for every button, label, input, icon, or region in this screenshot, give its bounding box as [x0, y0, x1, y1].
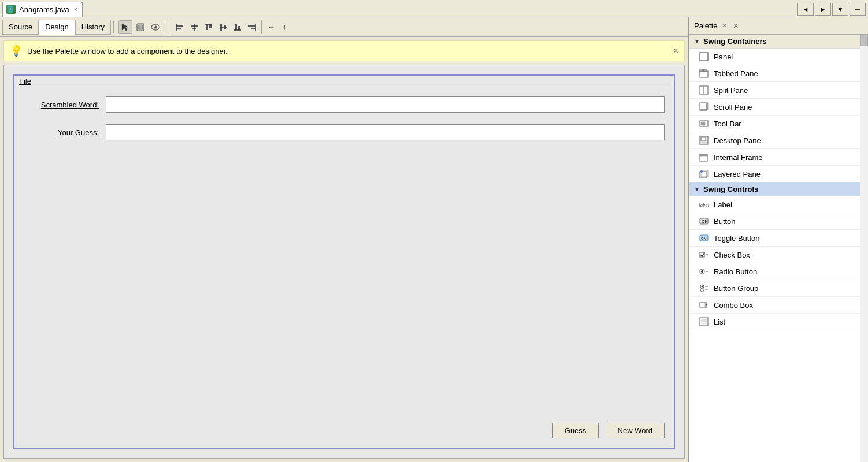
palette-item-desktop-pane[interactable]: Desktop Pane [689, 132, 860, 149]
panel-label: Panel [714, 53, 733, 61]
form-frame: File Scrambled Word: Your Guess: [13, 74, 675, 449]
svg-rect-31 [703, 69, 706, 72]
svg-point-58 [702, 286, 703, 288]
align-center-v-button[interactable] [216, 20, 230, 34]
button-group-icon [699, 283, 709, 293]
svg-rect-30 [700, 69, 703, 72]
palette-item-button-group[interactable]: Button Group [689, 280, 860, 297]
swing-containers-arrow: ▼ [694, 38, 700, 44]
guess-button[interactable]: Guess [552, 423, 599, 438]
preview-tool-button[interactable] [149, 20, 162, 34]
file-menu-item[interactable]: File [19, 77, 31, 85]
svg-text:label: label [699, 202, 709, 208]
palette-item-internal-frame[interactable]: Internal Frame [689, 149, 860, 166]
tabbed-pane-icon [699, 68, 709, 79]
palette-item-tabbed-pane[interactable]: Tabbed Pane [689, 65, 860, 82]
swing-containers-header[interactable]: ▼ Swing Containers [689, 35, 860, 49]
scrambled-word-input[interactable] [106, 96, 665, 113]
svg-rect-39 [703, 122, 705, 125]
palette-item-tool-bar[interactable]: Tool Bar [689, 116, 860, 132]
palette-close-button[interactable]: × [733, 21, 738, 31]
align-left-button[interactable] [173, 20, 187, 34]
info-message: Use the Palette window to add a componen… [27, 47, 228, 55]
svg-rect-29 [700, 71, 708, 77]
svg-point-59 [700, 288, 704, 292]
palette-item-button[interactable]: OK Button [689, 213, 860, 230]
tab-close-button[interactable]: × [74, 6, 77, 13]
tab-history[interactable]: History [75, 20, 111, 35]
align-center-h-button[interactable] [187, 20, 201, 34]
check-box-label: Check Box [714, 251, 750, 259]
align-right-button[interactable] [245, 20, 259, 34]
palette-item-toggle-button[interactable]: ON Toggle Button [689, 230, 860, 247]
next-tab-button[interactable]: ► [815, 3, 831, 16]
combo-box-icon: ▾ [699, 300, 709, 310]
palette-item-radio-button[interactable]: Radio Button [689, 263, 860, 280]
swing-controls-header[interactable]: ▼ Swing Controls [689, 182, 860, 196]
resize-horizontal-button[interactable]: ↔ [264, 20, 278, 34]
palette-item-panel[interactable]: Panel [689, 49, 860, 65]
info-icon: 💡 [10, 44, 23, 57]
svg-rect-4 [138, 25, 143, 29]
palette-title-x: ✕ [722, 22, 727, 29]
prev-tab-button[interactable]: ◄ [797, 3, 814, 16]
palette-item-split-pane[interactable]: Split Pane [689, 82, 860, 99]
svg-point-46 [700, 170, 703, 173]
palette-title: Palette [694, 21, 717, 30]
svg-text:↕: ↕ [283, 23, 287, 31]
internal-frame-label: Internal Frame [714, 153, 763, 162]
svg-text:▾: ▾ [706, 303, 708, 307]
main-area: Source Design History [0, 17, 868, 462]
combo-box-label: Combo Box [714, 301, 753, 310]
svg-rect-20 [235, 24, 237, 30]
svg-rect-36 [700, 110, 707, 111]
palette-item-list[interactable]: List [689, 314, 860, 330]
move-tool-button[interactable] [133, 20, 147, 34]
form-buttons: Guess New Word [552, 423, 665, 438]
check-box-icon [699, 249, 709, 260]
your-guess-field: Your Guess: [24, 124, 665, 140]
palette-scrollbar[interactable] [860, 35, 868, 462]
svg-rect-41 [701, 137, 706, 141]
layered-pane-icon [699, 169, 709, 179]
palette-item-label[interactable]: label Label [689, 196, 860, 213]
svg-text:↔: ↔ [268, 23, 275, 31]
label-item-label: Label [714, 200, 732, 209]
palette-item-check-box[interactable]: Check Box [689, 247, 860, 263]
svg-rect-24 [251, 28, 255, 29]
swing-controls-label: Swing Controls [703, 185, 758, 193]
select-tool-button[interactable] [118, 20, 132, 34]
palette-panel: Palette ✕ × ▼ Swing Containers Panel [689, 17, 868, 462]
new-word-button[interactable]: New Word [606, 423, 665, 438]
your-guess-label: Your Guess: [24, 128, 99, 137]
window-minimize-button[interactable]: ─ [850, 3, 866, 16]
svg-rect-14 [206, 24, 208, 30]
editor-panel: Source Design History [0, 17, 689, 462]
file-tab-label: Anagrams.java [19, 5, 69, 14]
radio-button-icon [699, 266, 709, 277]
button-group-label: Button Group [714, 284, 758, 293]
your-guess-input[interactable] [106, 124, 665, 140]
palette-item-combo-box[interactable]: ▾ Combo Box [689, 297, 860, 314]
toolbar-separator-1 [113, 21, 114, 33]
tab-design[interactable]: Design [39, 20, 75, 35]
svg-rect-38 [701, 122, 703, 125]
split-pane-label: Split Pane [714, 86, 748, 95]
palette-item-layered-pane[interactable]: Layered Pane [689, 166, 860, 182]
arrow-icons: ↔ ↕ [261, 20, 293, 34]
svg-rect-21 [238, 26, 240, 30]
radio-button-label: Radio Button [714, 267, 757, 276]
design-canvas: File Scrambled Word: Your Guess: [3, 65, 685, 459]
align-top-button[interactable] [202, 20, 216, 34]
scrambled-word-label: Scrambled Word: [24, 100, 99, 109]
resize-vertical-button[interactable]: ↕ [279, 20, 293, 34]
svg-text:OK: OK [702, 219, 708, 223]
tab-source[interactable]: Source [2, 20, 39, 35]
file-tab-icon: J [6, 5, 16, 14]
align-bottom-button[interactable] [231, 20, 244, 34]
file-tab[interactable]: J Anagrams.java × [2, 2, 83, 17]
tab-dropdown-button[interactable]: ▼ [832, 3, 848, 16]
palette-item-scroll-pane[interactable]: Scroll Pane [689, 99, 860, 116]
info-close-button[interactable]: × [673, 46, 678, 56]
desktop-pane-label: Desktop Pane [714, 136, 761, 145]
